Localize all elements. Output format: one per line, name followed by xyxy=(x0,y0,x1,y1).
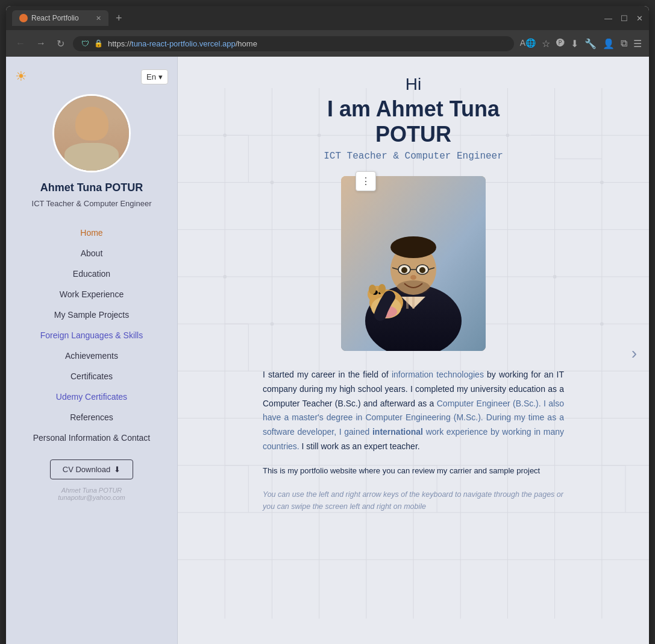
sidebar-item-education[interactable]: Education xyxy=(15,264,168,283)
tab-close-button[interactable]: ✕ xyxy=(96,14,101,22)
sidebar-item-references[interactable]: References xyxy=(15,408,168,427)
download-icon: ⬇ xyxy=(114,465,121,474)
sidebar: ☀ En ▾ Ahmet Tuna POTUR ICT Teacher & Co… xyxy=(6,57,178,644)
sidebar-item-foreign-languages[interactable]: Foreign Languages & Skills xyxy=(15,326,168,345)
sidebar-top: ☀ En ▾ xyxy=(15,69,168,84)
extensions-icon[interactable]: ⧉ xyxy=(621,38,627,49)
security-shield-icon: 🛡 xyxy=(81,39,89,48)
chevron-down-icon: ▾ xyxy=(158,72,163,81)
browser-window: React Portfolio ✕ + — ☐ ✕ ← → ↻ 🛡 🔒 http… xyxy=(6,6,649,644)
theme-toggle-sun-icon[interactable]: ☀ xyxy=(15,69,27,84)
bio-international: international xyxy=(372,427,423,437)
avatar-head-shape xyxy=(75,107,108,140)
browser-titlebar: React Portfolio ✕ + — ☐ ✕ xyxy=(6,6,649,30)
svg-rect-33 xyxy=(412,297,415,309)
bio-paragraph: I started my career in the field of info… xyxy=(263,368,564,454)
svg-point-50 xyxy=(378,284,386,294)
portfolio-note: This is my portfolio website where you c… xyxy=(263,465,564,478)
footer-email: tunapotur@yahoo.com xyxy=(58,494,125,501)
avatar xyxy=(52,94,131,172)
main-inner: Hi I am Ahmet Tuna POTUR ICT Teacher & C… xyxy=(178,57,649,644)
footer-name: Ahmet Tuna POTUR xyxy=(58,487,125,494)
main-subtitle: ICT Teacher & Computer Engineer xyxy=(324,151,503,162)
avatar-body-shape xyxy=(64,143,119,171)
wrench-icon[interactable]: 🔧 xyxy=(584,38,597,49)
browser-close-button[interactable]: ✕ xyxy=(636,14,643,23)
browser-maximize-button[interactable]: ☐ xyxy=(621,14,628,23)
photo-illustration xyxy=(341,176,486,351)
sidebar-item-achievements[interactable]: Achievements xyxy=(15,346,168,365)
name-line1: I am Ahmet Tuna xyxy=(327,96,500,121)
sidebar-item-udemy-certificates[interactable]: Udemy Certificates xyxy=(15,387,168,406)
pocket-icon[interactable]: 🅟 xyxy=(556,38,565,49)
sidebar-item-about[interactable]: About xyxy=(15,244,168,263)
cv-download-button[interactable]: CV Download ⬇ xyxy=(50,459,134,479)
bio-link-engineer: Computer Engineer (B.Sc.). I also have a… xyxy=(263,399,564,451)
main-person-name: I am Ahmet Tuna POTUR xyxy=(327,96,500,147)
menu-icon[interactable]: ☰ xyxy=(633,38,642,49)
tab-favicon-icon xyxy=(19,14,28,22)
bio-link-it: information technologies xyxy=(392,370,484,379)
sidebar-item-personal-information[interactable]: Personal Information & Contact xyxy=(15,428,168,447)
active-tab[interactable]: React Portfolio ✕ xyxy=(12,10,108,26)
new-tab-button[interactable]: + xyxy=(116,12,122,25)
sidebar-footer: Ahmet Tuna POTUR tunapotur@yahoo.com xyxy=(58,487,125,501)
sidebar-item-work-experience[interactable]: Work Experience xyxy=(15,285,168,304)
lock-icon: 🔒 xyxy=(94,39,103,48)
svg-point-44 xyxy=(396,280,430,295)
svg-point-39 xyxy=(419,267,425,273)
main-content: Hi I am Ahmet Tuna POTUR ICT Teacher & C… xyxy=(178,57,649,644)
sidebar-item-my-sample-projects[interactable]: My Sample Projects xyxy=(15,305,168,324)
browser-toolbar-icons: A🌐 ☆ 🅟 ⬇ 🔧 👤 ⧉ ☰ xyxy=(520,38,642,49)
three-dot-menu-button[interactable]: ⋮ xyxy=(356,171,376,191)
refresh-button[interactable]: ↻ xyxy=(54,36,67,52)
bookmark-star-icon[interactable]: ☆ xyxy=(542,38,550,49)
keyboard-navigation-note: You can use the left and right arrow key… xyxy=(263,488,564,513)
cv-download-label: CV Download xyxy=(63,465,111,474)
avatar-image xyxy=(54,96,129,171)
sidebar-person-title: ICT Teacher & Computer Engineer xyxy=(32,198,152,209)
page-content: ☀ En ▾ Ahmet Tuna POTUR ICT Teacher & Co… xyxy=(6,57,649,644)
browser-controls: ← → ↻ 🛡 🔒 https://tuna-react-portfolio.v… xyxy=(6,30,649,57)
sidebar-item-certificates[interactable]: Certificates xyxy=(15,367,168,386)
language-selector[interactable]: En ▾ xyxy=(141,69,168,84)
svg-rect-32 xyxy=(406,297,409,309)
navigation-menu: Home About Education Work Experience My … xyxy=(15,223,168,447)
download-icon[interactable]: ⬇ xyxy=(571,38,578,49)
forward-button[interactable]: → xyxy=(34,36,48,51)
profile-icon[interactable]: 👤 xyxy=(603,38,615,49)
hi-greeting: Hi xyxy=(406,75,421,94)
sidebar-person-name: Ahmet Tuna POTUR xyxy=(40,181,143,195)
url-display: https://tuna-react-portfolio.vercel.app/… xyxy=(108,39,506,48)
svg-point-49 xyxy=(369,285,376,294)
next-page-arrow[interactable]: › xyxy=(631,344,637,363)
svg-point-43 xyxy=(410,275,416,280)
svg-point-38 xyxy=(401,267,407,273)
translate-icon[interactable]: A🌐 xyxy=(520,38,536,49)
language-label: En xyxy=(146,72,156,81)
address-bar[interactable]: 🛡 🔒 https://tuna-react-portfolio.vercel.… xyxy=(73,36,514,51)
svg-point-35 xyxy=(390,236,436,258)
main-profile-photo xyxy=(341,176,486,351)
back-button[interactable]: ← xyxy=(13,36,28,51)
browser-minimize-button[interactable]: — xyxy=(604,14,612,23)
sidebar-item-home[interactable]: Home xyxy=(15,223,168,242)
name-line2: POTUR xyxy=(375,122,451,147)
tab-label: React Portfolio xyxy=(31,14,79,22)
